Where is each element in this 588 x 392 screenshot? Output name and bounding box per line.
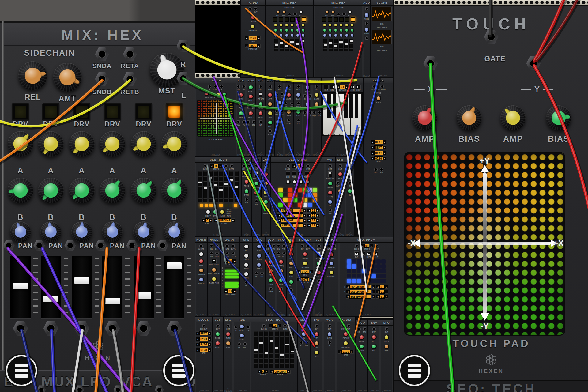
mini-jack[interactable] bbox=[199, 244, 203, 248]
lcd-prev-button[interactable]: ◀ bbox=[224, 259, 228, 263]
mini-switch[interactable] bbox=[317, 251, 321, 257]
lcd-prev-button[interactable]: ◀ bbox=[371, 151, 374, 155]
fader-handle[interactable] bbox=[74, 277, 89, 284]
drum-next-button[interactable]: ▶ bbox=[303, 223, 307, 227]
mini-jack[interactable] bbox=[220, 85, 224, 89]
channel-output-jack[interactable] bbox=[13, 321, 28, 336]
lcd-prev-button[interactable]: ◀ bbox=[371, 145, 374, 149]
step-cell[interactable] bbox=[352, 264, 356, 269]
mini-jack[interactable] bbox=[372, 327, 376, 331]
mini-knob[interactable] bbox=[238, 101, 244, 107]
mini-jack[interactable] bbox=[237, 342, 241, 346]
x-jack[interactable] bbox=[423, 56, 438, 71]
mini-fader[interactable] bbox=[285, 331, 289, 368]
step-grid[interactable] bbox=[347, 259, 386, 283]
mini-jack[interactable] bbox=[342, 12, 346, 16]
drv-button[interactable] bbox=[73, 103, 90, 120]
step-cell[interactable] bbox=[376, 269, 381, 273]
mini-knob[interactable] bbox=[279, 33, 283, 37]
lcd-prev-button[interactable]: ◀ bbox=[270, 370, 273, 374]
mini-jack[interactable] bbox=[365, 36, 369, 40]
drum-prev-button[interactable]: ◀ bbox=[346, 290, 349, 294]
mini-jack[interactable] bbox=[246, 103, 250, 107]
note-bar[interactable] bbox=[225, 267, 239, 269]
mini-fader[interactable] bbox=[214, 172, 218, 202]
drum-next-button[interactable]: ▶ bbox=[303, 209, 307, 213]
mini-fader[interactable] bbox=[198, 172, 202, 202]
fader-handle[interactable] bbox=[167, 262, 182, 269]
mini-knob[interactable] bbox=[279, 23, 283, 27]
switch-nub[interactable] bbox=[259, 93, 262, 95]
step-cell[interactable] bbox=[357, 279, 361, 283]
mini-jack[interactable] bbox=[215, 244, 219, 248]
mini-jack[interactable] bbox=[284, 101, 288, 105]
mini-knob[interactable] bbox=[211, 267, 217, 273]
b-knob[interactable] bbox=[8, 178, 33, 203]
black-key[interactable] bbox=[349, 94, 353, 118]
lcd-prev-button[interactable]: ◀ bbox=[292, 164, 296, 168]
fader-handle[interactable] bbox=[105, 298, 120, 304]
mini-fader-handle[interactable] bbox=[219, 189, 223, 191]
step-cell[interactable] bbox=[308, 203, 312, 207]
mini-knob[interactable] bbox=[296, 28, 300, 32]
black-key[interactable] bbox=[355, 94, 359, 118]
mini-knob[interactable] bbox=[329, 251, 334, 257]
mini-jack[interactable] bbox=[280, 109, 284, 113]
mini-fader-handle[interactable] bbox=[230, 179, 233, 181]
step-led[interactable] bbox=[200, 204, 203, 207]
mini-knob[interactable] bbox=[314, 101, 319, 107]
drum-prev-button[interactable]: ◀ bbox=[277, 209, 281, 213]
step-cell[interactable] bbox=[357, 274, 361, 278]
mini-knob[interactable] bbox=[268, 277, 273, 283]
mode-option[interactable]: RAND bbox=[227, 211, 232, 213]
drum-val-prev[interactable]: ◀ bbox=[307, 218, 311, 222]
fader-handle[interactable] bbox=[136, 292, 151, 299]
mini-knob[interactable] bbox=[325, 10, 329, 14]
step-cell[interactable] bbox=[313, 203, 317, 207]
mini-jack[interactable] bbox=[338, 164, 342, 168]
mini-jack[interactable] bbox=[246, 325, 250, 329]
mini-knob[interactable] bbox=[327, 199, 333, 205]
note-bar[interactable] bbox=[225, 279, 239, 281]
mini-jack[interactable] bbox=[236, 120, 240, 124]
drum-val-prev[interactable]: ◀ bbox=[307, 209, 311, 213]
mini-knob[interactable] bbox=[198, 258, 204, 264]
a-knob[interactable] bbox=[131, 131, 156, 157]
step-cell[interactable] bbox=[298, 193, 302, 197]
a-knob[interactable] bbox=[8, 131, 33, 157]
mini-knob[interactable] bbox=[277, 100, 282, 105]
step-cell[interactable] bbox=[303, 198, 307, 202]
drum-next-button[interactable]: ▶ bbox=[371, 290, 375, 294]
mini-knob[interactable] bbox=[243, 262, 249, 268]
mini-knob[interactable] bbox=[334, 33, 338, 37]
drum-val-next[interactable]: ▶ bbox=[316, 218, 320, 222]
step-led[interactable] bbox=[229, 204, 232, 207]
mini-knob[interactable] bbox=[267, 111, 273, 116]
rack-overview-panel[interactable]: FX: DLYINPOUTFBACKDRY/WET◀0128▶BPM◀0075▶… bbox=[195, 0, 393, 392]
a-knob[interactable] bbox=[69, 131, 95, 157]
mini-knob[interactable] bbox=[286, 92, 292, 98]
mini-knob[interactable] bbox=[339, 33, 343, 37]
mini-jack[interactable] bbox=[202, 324, 206, 328]
a-knob[interactable] bbox=[161, 131, 187, 157]
mini-jack[interactable] bbox=[254, 271, 258, 275]
mini-fader-handle[interactable] bbox=[259, 342, 263, 344]
channel-fader[interactable] bbox=[72, 256, 92, 318]
b-knob[interactable] bbox=[161, 178, 187, 203]
mini-jack[interactable] bbox=[254, 199, 258, 203]
mini-button[interactable] bbox=[330, 85, 335, 89]
mini-jack[interactable] bbox=[268, 129, 272, 133]
mini-knob[interactable] bbox=[285, 33, 289, 37]
mini-fader[interactable] bbox=[254, 331, 258, 368]
step-cell[interactable] bbox=[376, 274, 381, 278]
mini-knob[interactable] bbox=[263, 172, 269, 177]
step-cell[interactable] bbox=[371, 279, 376, 283]
step-grid[interactable] bbox=[278, 188, 317, 207]
step-cell[interactable] bbox=[362, 269, 366, 273]
mini-knob[interactable] bbox=[296, 92, 301, 98]
step-cell[interactable] bbox=[362, 274, 366, 278]
note-bar[interactable] bbox=[225, 270, 239, 272]
mini-jack[interactable] bbox=[332, 244, 336, 248]
drv-button[interactable] bbox=[42, 103, 59, 120]
lcd-prev-button[interactable]: ◀ bbox=[371, 140, 374, 144]
